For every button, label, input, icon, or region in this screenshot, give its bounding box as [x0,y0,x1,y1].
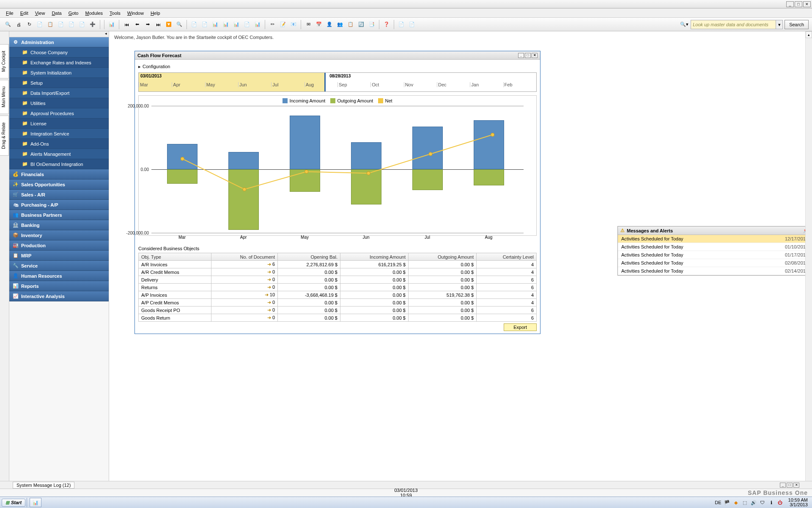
table-header[interactable]: Incoming Amount [340,253,409,261]
module-purchasing-a-p[interactable]: 🛍Purchasing - A/P [9,200,109,210]
table-row[interactable]: A/R Invoices➜62,276,812.69 $616,219.25 $… [139,261,537,268]
table-header[interactable]: No. of Document [211,253,278,261]
module-production[interactable]: 🏭Production [9,240,109,251]
tray-info-icon[interactable]: ℹ [768,499,775,506]
toolbar-icon-15[interactable]: ➡ [143,20,152,29]
sub-item-choose-company[interactable]: 📁Choose Company [9,47,109,58]
tray-updates-icon[interactable]: ◆ [732,499,739,506]
toolbar-icon-42[interactable]: 📄 [397,20,406,29]
status-close[interactable]: ✕ [793,483,799,488]
toolbar-icon-21[interactable]: 📄 [200,20,209,29]
table-row[interactable]: Goods Return➜00.00 $0.00 $0.00 $6 [139,314,537,322]
toolbar-icon-36[interactable]: 📋 [346,20,355,29]
drill-icon[interactable]: ➜ [267,269,271,274]
module-reports[interactable]: 📊Reports [9,281,109,291]
module-inventory[interactable]: 📦Inventory [9,230,109,240]
toolbar-icon-0[interactable]: 🔍 [3,20,13,29]
menu-goto[interactable]: Goto [65,10,82,17]
module-service[interactable]: 🔧Service [9,261,109,271]
status-maximize[interactable]: □ [787,483,793,488]
sub-item-utilities[interactable]: 📁Utilities [9,98,109,108]
search-dropdown-icon[interactable]: 🔍▾ [680,20,689,29]
message-row[interactable]: Activities Scheduled for Today12/17/2012 [618,235,812,243]
sub-item-exchange-rates-and-indexes[interactable]: 📁Exchange Rates and Indexes [9,58,109,68]
table-header[interactable]: Outgoing Amount [409,253,477,261]
sub-item-integration-service[interactable]: 📁Integration Service [9,129,109,139]
module-business-partners[interactable]: 👥Business Partners [9,210,109,220]
toolbar-icon-17[interactable]: 🔽 [164,20,173,29]
module-banking[interactable]: 🏦Banking [9,220,109,230]
message-row[interactable]: Activities Scheduled for Today02/14/2013 [618,267,812,275]
status-minimize[interactable]: _ [780,483,786,488]
toolbar-icon-4[interactable]: 📋 [46,20,55,29]
menu-data[interactable]: Data [48,10,65,17]
table-header[interactable]: Certainty Level [477,253,537,261]
toolbar-icon-30[interactable]: 📧 [289,20,298,29]
side-tab-my-cockpit[interactable]: My Cockpit [0,44,9,78]
toolbar-icon-8[interactable]: ➕ [88,20,97,29]
toolbar-icon-37[interactable]: 🔄 [357,20,366,29]
toolbar-icon-18[interactable]: 🔍 [175,20,184,29]
toolbar-icon-22[interactable]: 📊 [211,20,220,29]
sub-item-add-ons[interactable]: 📁Add-Ons [9,139,109,149]
system-message-log[interactable]: System Message Log (12) [13,482,74,489]
cash-flow-title-bar[interactable]: Cash Flow Forecast _ □ ✕ [135,51,540,60]
sub-item-setup[interactable]: 📁Setup [9,78,109,88]
toolbar-icon-5[interactable]: 📄 [56,20,66,29]
message-row[interactable]: Activities Scheduled for Today01/17/2013 [618,251,812,259]
toolbar-icon-3[interactable]: 📄 [35,20,44,29]
toolbar-icon-7[interactable]: 📄 [77,20,87,29]
toolbar-icon-25[interactable]: 📄 [242,20,252,29]
maximize-button[interactable]: □ [795,1,802,7]
menu-modules[interactable]: Modules [82,10,106,17]
table-row[interactable]: A/R Credit Memos➜00.00 $0.00 $0.00 $4 [139,268,537,276]
sidebar-collapse-handle[interactable]: ◂ [9,31,109,37]
tray-power-icon[interactable]: ⏻ [777,499,784,506]
menu-view[interactable]: View [32,10,49,17]
sub-item-license[interactable]: 📁License [9,119,109,129]
message-row[interactable]: Activities Scheduled for Today02/08/2013 [618,259,812,267]
toolbar-icon-35[interactable]: 👥 [335,20,345,29]
taskbar-app-sap[interactable]: 📊 [30,498,41,507]
toolbar-icon-20[interactable]: 📄 [189,20,199,29]
side-tab-main-menu[interactable]: Main Menu [0,80,9,114]
table-row[interactable]: A/P Credit Memos➜00.00 $0.00 $0.00 $4 [139,299,537,306]
toolbar-icon-13[interactable]: ⏮ [122,20,131,29]
scroll-up-arrow[interactable]: ▴ [806,31,812,38]
drill-icon[interactable]: ➜ [267,284,271,290]
tray-shield-icon[interactable]: 🛡 [759,499,766,506]
minimize-button[interactable]: _ [786,1,794,7]
toolbar-icon-14[interactable]: ⬅ [132,20,142,29]
table-row[interactable]: A/P Invoices➜10-3,668,468.19 $0.00 $519,… [139,291,537,299]
table-row[interactable]: Returns➜00.00 $0.00 $0.00 $6 [139,284,537,291]
sub-item-approval-procedures[interactable]: 📁Approval Procedures [9,108,109,119]
drill-icon[interactable]: ➜ [267,307,271,312]
menu-file[interactable]: File [3,10,17,17]
export-button[interactable]: Export [504,323,537,331]
toolbar-icon-32[interactable]: ✉ [304,20,313,29]
drill-icon[interactable]: ➜ [265,292,269,297]
module-sales-a-r[interactable]: 🛒Sales - A/R [9,190,109,200]
cfw-maximize[interactable]: □ [525,53,531,58]
drill-icon[interactable]: ➜ [267,315,271,320]
toolbar-icon-23[interactable]: 📊 [221,20,230,29]
content-scrollbar[interactable]: ▴ [805,31,812,484]
messages-title-bar[interactable]: ⚠ Messages and Alerts 📌 [618,226,812,235]
module-human-resources[interactable]: 👤Human Resources [9,271,109,281]
sub-item-bi-ondemand-integration[interactable]: 📁BI OnDemand Integration [9,159,109,169]
start-button[interactable]: ⊞ Start [2,499,25,507]
toolbar-icon-43[interactable]: 📄 [407,20,417,29]
toolbar-icon-16[interactable]: ⏭ [154,20,163,29]
toolbar-icon-40[interactable]: ❓ [382,20,391,29]
toolbar-icon-11[interactable]: 📊 [107,20,116,29]
side-tab-drag-relate[interactable]: Drag & Relate [0,116,9,156]
sub-item-data-import-export[interactable]: 📁Data Import/Export [9,88,109,98]
cfw-close[interactable]: ✕ [532,53,538,58]
drill-icon[interactable]: ➜ [267,277,271,282]
tray-sound-icon[interactable]: 🔊 [750,499,757,506]
taskbar-clock[interactable]: 10:59 AM 3/1/2013 [786,498,808,507]
table-header[interactable]: Opening Bal. [278,253,340,261]
module-administration[interactable]: ⚙Administration [9,37,109,47]
menu-edit[interactable]: Edit [17,10,32,17]
search-input[interactable]: Look up master data and documents [691,20,776,29]
